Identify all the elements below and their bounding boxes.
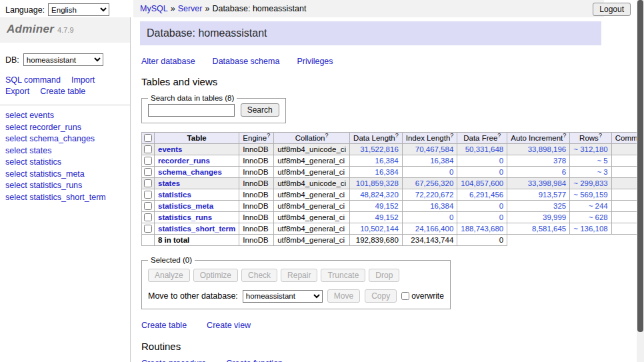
breadcrumb-mysql-link[interactable]: MySQL bbox=[140, 4, 168, 13]
data-length-cell: 48,824,320 bbox=[350, 189, 403, 201]
help-link[interactable]: ? bbox=[599, 132, 602, 139]
help-link[interactable]: ? bbox=[325, 132, 328, 139]
app-version: 4.7.9 bbox=[57, 26, 73, 34]
row-checkbox[interactable] bbox=[144, 157, 152, 165]
table-link-statistics-meta[interactable]: statistics_meta bbox=[158, 202, 213, 210]
help-link[interactable]: ? bbox=[450, 132, 453, 139]
help-link[interactable]: ? bbox=[395, 132, 399, 139]
copy-button[interactable]: Copy bbox=[365, 289, 397, 303]
rows-count-cell[interactable]: ~ 5 bbox=[570, 155, 611, 167]
row-checkbox[interactable] bbox=[144, 191, 152, 199]
sidebar-link-select-statistics-runs[interactable]: select statistics_runs bbox=[5, 181, 82, 190]
row-checkbox[interactable] bbox=[144, 202, 152, 210]
select-all-checkbox[interactable] bbox=[144, 134, 152, 142]
breadcrumb-server-link[interactable]: Server bbox=[178, 4, 203, 13]
table-row: statesInnoDButf8mb4_unicode_ci101,859,32… bbox=[142, 178, 644, 189]
app-header: Adminer4.7.9 bbox=[0, 17, 130, 43]
sidebar-link-select-statistics[interactable]: select statistics bbox=[5, 157, 61, 167]
repair-button[interactable]: Repair bbox=[281, 269, 317, 282]
column-header-rows[interactable]: Rows? bbox=[570, 133, 611, 144]
column-header-data-free[interactable]: Data Free? bbox=[457, 133, 507, 144]
column-header-index-length[interactable]: Index Length? bbox=[402, 133, 457, 144]
scrollbar-thumb[interactable] bbox=[637, 0, 643, 332]
help-link[interactable]: ? bbox=[497, 132, 501, 139]
search-input[interactable] bbox=[148, 104, 235, 117]
row-checkbox[interactable] bbox=[144, 179, 152, 187]
table-row: eventsInnoDButf8mb4_unicode_ci31,522,816… bbox=[142, 144, 644, 155]
help-link[interactable]: ? bbox=[267, 132, 270, 139]
sidebar-table-links: select eventsselect recorder_runsselect … bbox=[0, 111, 130, 203]
language-select[interactable]: English bbox=[48, 3, 109, 16]
row-checkbox-cell bbox=[142, 223, 155, 235]
column-header-data-length[interactable]: Data Length? bbox=[350, 133, 403, 144]
column-header-collation[interactable]: Collation? bbox=[274, 133, 350, 144]
alter-database-link[interactable]: Alter database bbox=[141, 57, 195, 66]
column-header-table[interactable]: Table bbox=[155, 133, 239, 144]
sidebar-divider bbox=[0, 105, 130, 105]
auto-increment-cell: 39,999 bbox=[507, 212, 570, 223]
create-table-link[interactable]: Create table bbox=[141, 321, 187, 330]
row-checkbox[interactable] bbox=[144, 168, 152, 176]
rows-count-cell[interactable]: ~ 312,180 bbox=[570, 144, 611, 155]
search-fieldset: Search data in tables (8) Search bbox=[141, 94, 286, 123]
analyze-button[interactable]: Analyze bbox=[148, 269, 190, 282]
table-link-statistics-runs[interactable]: statistics_runs bbox=[158, 213, 212, 221]
check-button[interactable]: Check bbox=[241, 269, 277, 282]
optimize-button[interactable]: Optimize bbox=[193, 269, 238, 282]
rows-count-cell[interactable]: ~ 3 bbox=[570, 167, 611, 178]
rows-count-cell[interactable]: ~ 628 bbox=[570, 212, 611, 223]
sidebar-link-select-schema-changes[interactable]: select schema_changes bbox=[5, 134, 95, 143]
move-button[interactable]: Move bbox=[327, 289, 360, 303]
row-checkbox-cell bbox=[142, 178, 155, 189]
sidebar-link-import[interactable]: Import bbox=[71, 75, 95, 85]
rows-count-cell[interactable]: ~ 136,108 bbox=[570, 223, 611, 235]
rows-count-cell[interactable]: ~ 244 bbox=[570, 201, 611, 212]
table-footer-row: 8 in totalInnoDButf8mb4_general_ci192,83… bbox=[142, 235, 644, 246]
rows-count-cell[interactable]: ~ 299,833 bbox=[570, 178, 611, 189]
table-link-statistics[interactable]: statistics bbox=[158, 191, 191, 199]
index-length-cell: 0 bbox=[402, 167, 457, 178]
rows-count-cell[interactable]: ~ 569,159 bbox=[570, 189, 611, 201]
create-view-link[interactable]: Create view bbox=[207, 321, 251, 330]
sidebar-link-select-statistics-short-term[interactable]: select statistics_short_term bbox=[5, 193, 106, 202]
column-header-engine[interactable]: Engine? bbox=[239, 133, 274, 144]
logout-button[interactable]: Logout bbox=[593, 3, 631, 16]
sidebar-link-select-events[interactable]: select events bbox=[5, 111, 54, 120]
data-length-cell: 101,859,328 bbox=[350, 178, 403, 189]
sidebar-link-select-statistics-meta[interactable]: select statistics_meta bbox=[5, 169, 85, 179]
sidebar-link-select-recorder-runs[interactable]: select recorder_runs bbox=[5, 123, 81, 132]
truncate-button[interactable]: Truncate bbox=[321, 269, 365, 282]
drop-button[interactable]: Drop bbox=[369, 269, 399, 282]
vertical-scrollbar[interactable] bbox=[637, 0, 644, 362]
table-row: schema_changesInnoDButf8mb4_general_ci16… bbox=[142, 167, 644, 178]
overwrite-checkbox[interactable] bbox=[401, 292, 409, 300]
database-schema-link[interactable]: Database schema bbox=[213, 57, 280, 66]
row-checkbox[interactable] bbox=[144, 225, 152, 233]
footer-total-cell: 8 in total bbox=[155, 235, 239, 246]
move-database-select[interactable]: homeassistant bbox=[243, 290, 323, 303]
db-select[interactable]: homeassistant bbox=[23, 53, 103, 66]
sidebar-table-row: select statistics_meta bbox=[5, 169, 125, 180]
table-link-events[interactable]: events bbox=[158, 145, 182, 153]
privileges-link[interactable]: Privileges bbox=[297, 57, 333, 66]
table-link-statistics-short-term[interactable]: statistics_short_term bbox=[158, 225, 235, 233]
row-checkbox-cell bbox=[142, 189, 155, 201]
row-checkbox[interactable] bbox=[144, 213, 152, 221]
create-function-link[interactable]: Create function bbox=[226, 359, 283, 362]
row-checkbox[interactable] bbox=[144, 145, 152, 153]
table-link-recorder-runs[interactable]: recorder_runs bbox=[158, 157, 210, 165]
table-link-schema-changes[interactable]: schema_changes bbox=[158, 168, 222, 176]
column-header-auto-increment[interactable]: Auto Increment? bbox=[507, 133, 570, 144]
create-procedure-link[interactable]: Create procedure bbox=[141, 359, 206, 362]
sidebar-link-sql-command[interactable]: SQL command bbox=[5, 75, 61, 85]
footer-blank-cell bbox=[570, 235, 611, 246]
search-button[interactable]: Search bbox=[241, 103, 279, 117]
sidebar-link-export[interactable]: Export bbox=[5, 87, 29, 96]
app-name: Adminer bbox=[7, 23, 54, 35]
breadcrumb-separator: » bbox=[171, 4, 175, 13]
help-link[interactable]: ? bbox=[563, 132, 566, 139]
table-link-states[interactable]: states bbox=[158, 179, 180, 187]
auto-increment-cell: 6 bbox=[507, 167, 570, 178]
sidebar-link-create-table[interactable]: Create table bbox=[40, 87, 85, 96]
sidebar-link-select-states[interactable]: select states bbox=[5, 146, 51, 155]
